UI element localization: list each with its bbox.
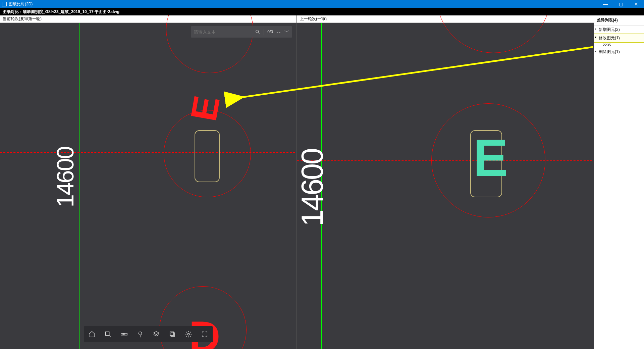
grid-line-horizontal	[0, 152, 295, 153]
diff-added-group[interactable]: 新增图元(2)	[594, 26, 644, 34]
grid-bubble-top-right	[436, 15, 550, 53]
diff-panel: 差异列表(4) 新增图元(2) 修改图元(1) 2235 删除图元(1)	[594, 15, 644, 349]
app-title: 图纸比对(2D)	[9, 1, 33, 7]
content: 当前轮次(复审第一轮) E D 14600	[0, 15, 644, 349]
left-pane-label: 当前轮次(复审第一轮)	[3, 16, 42, 22]
diff-modified-item[interactable]: 2235	[594, 42, 644, 48]
subtitle-bar: 图纸对比：翡翠湖别院_G8%23_建筑_2019_10_17·平面图-2.dwg	[0, 8, 644, 15]
layers-icon[interactable]	[152, 330, 160, 338]
left-pane: 当前轮次(复审第一轮) E D 14600	[0, 15, 297, 349]
search-prev-icon[interactable]: ︿	[276, 29, 281, 35]
search-input[interactable]	[194, 30, 252, 35]
grid-bubble-top	[166, 15, 253, 73]
measure-icon[interactable]	[120, 330, 128, 338]
titlebar: 图纸比对(2D) — ▢ ✕	[0, 0, 644, 8]
grid-line-vertical	[79, 23, 79, 349]
minimize-button[interactable]: —	[598, 0, 613, 8]
home-icon[interactable]	[88, 330, 96, 338]
copy-icon[interactable]	[168, 330, 176, 338]
diff-modified-group[interactable]: 修改图元(1)	[594, 34, 644, 42]
svg-line-1	[258, 33, 259, 34]
search-divider	[264, 29, 264, 35]
svg-point-9	[139, 332, 142, 335]
dimension-text-right: 14600	[297, 149, 330, 226]
svg-line-3	[109, 336, 111, 337]
subtitle-text: 图纸对比：翡翠湖别院_G8%23_建筑_2019_10_17·平面图-2.dwg	[3, 9, 119, 15]
search-icon[interactable]	[255, 29, 260, 35]
zoom-area-icon[interactable]	[104, 330, 112, 338]
search-counter: 0/0	[267, 30, 273, 34]
svg-point-13	[187, 333, 190, 335]
svg-rect-12	[170, 332, 174, 336]
cloud-outline-left	[195, 130, 220, 182]
close-button[interactable]: ✕	[629, 0, 644, 8]
svg-rect-11	[171, 333, 174, 336]
app-icon	[2, 2, 7, 6]
original-letter-e: E	[473, 132, 508, 184]
left-canvas[interactable]: E D 14600 0/0 ︿ ﹀	[0, 23, 297, 349]
fullscreen-icon[interactable]	[201, 330, 209, 338]
search-box: 0/0 ︿ ﹀	[191, 26, 292, 38]
diff-deleted-group[interactable]: 删除图元(1)	[594, 48, 644, 56]
settings-icon[interactable]	[184, 330, 193, 338]
maximize-button[interactable]: ▢	[613, 0, 629, 8]
right-pane-label: 上一轮次(一审)	[300, 16, 327, 22]
marker-icon[interactable]	[136, 330, 144, 338]
search-next-icon[interactable]: ﹀	[284, 29, 289, 35]
right-pane: 上一轮次(一审) E 14600	[297, 15, 594, 349]
diff-panel-title: 差异列表(4)	[594, 15, 644, 26]
svg-point-0	[256, 30, 259, 33]
svg-rect-2	[106, 332, 109, 336]
dimension-text-left: 14600	[52, 147, 79, 207]
right-canvas[interactable]: E 14600	[297, 23, 594, 349]
bottom-toolbar	[84, 326, 213, 342]
svg-rect-4	[121, 333, 127, 335]
